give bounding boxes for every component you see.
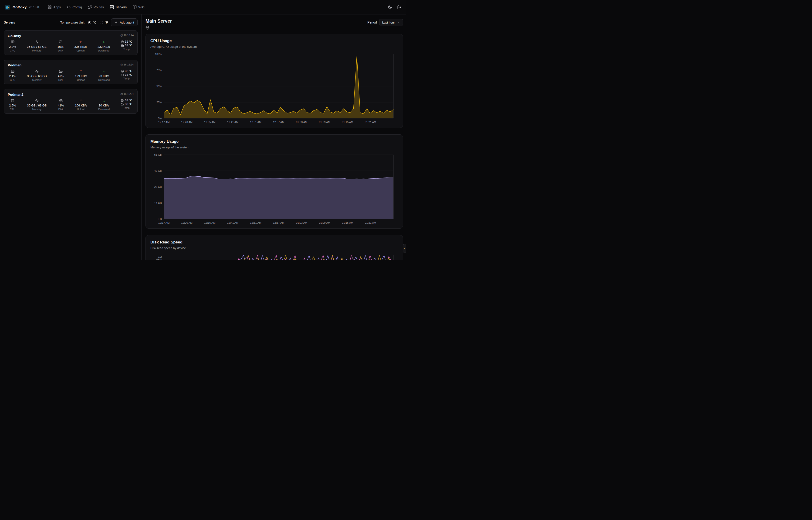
server-name: GoDoxy: [8, 34, 21, 38]
upload-label: Upload: [76, 49, 84, 52]
svg-text:12:41 AM: 12:41 AM: [227, 221, 239, 224]
memory-label: Memory: [32, 108, 42, 111]
disk-stat: 16% Disk: [57, 40, 63, 52]
svg-text:01:21 AM: 01:21 AM: [365, 121, 376, 124]
route-icon: [88, 5, 92, 9]
server-stack-icon: [110, 5, 114, 9]
activity-icon: [35, 40, 39, 44]
cpu-value: 2.1%: [9, 74, 16, 78]
cpu-chip-icon: [121, 70, 124, 73]
memory-label: Memory: [32, 49, 41, 52]
main-title-block: Main Server: [145, 18, 172, 30]
cpu-temp-value: 38 °C: [125, 99, 132, 102]
svg-text:0 B: 0 B: [158, 217, 162, 220]
server-card-podman[interactable]: Podman @ 16:16:24 2.1% CPU 35 GB / 63 GB: [4, 60, 138, 84]
server-card-podman2[interactable]: Podman2 @ 16:16:24 2.5% CPU 35 GB / 63 G…: [4, 89, 138, 114]
memory-value: 35 GB / 63 GB: [27, 45, 47, 49]
hard-drive-icon: [121, 44, 124, 47]
disk-value: 41%: [58, 104, 64, 107]
sidebar-title: Servers: [4, 21, 15, 24]
upload-arrow-icon: [79, 99, 83, 103]
svg-text:56 GB: 56 GB: [154, 153, 162, 156]
temp-label: Temp: [123, 77, 130, 80]
upload-value: 335 KB/s: [75, 45, 87, 49]
memory-stat: 35 GB / 63 GB Memory: [27, 70, 47, 81]
memory-stat: 35 GB / 63 GB Memory: [27, 99, 47, 111]
globe-line: [145, 26, 172, 30]
disk-stat: 41% Disk: [58, 99, 64, 111]
svg-text:75%: 75%: [157, 69, 162, 72]
godoxy-logo[interactable]: [5, 4, 10, 10]
add-agent-label: Add agent: [120, 21, 134, 24]
memory-value: 35 GB / 63 GB: [27, 104, 47, 107]
download-stat: 23 KB/s Download: [98, 70, 110, 81]
cpu-value: 2.5%: [9, 104, 16, 107]
cpu-chip-icon: [11, 70, 15, 73]
cpu-temp-value: 32 °C: [125, 70, 132, 73]
svg-text:12:57 AM: 12:57 AM: [273, 221, 284, 224]
period-select[interactable]: Last hour: [379, 19, 403, 26]
server-card-list: GoDoxy @ 16:16:24 2.2% CPU 35 GB / 63 GB: [4, 30, 138, 114]
main-header: Main Server Period Last hour: [145, 18, 403, 30]
radio-celsius-circle: [88, 21, 91, 24]
navbar-left: GoDoxy v0.18.0 Apps Config Routes Server: [5, 4, 145, 10]
nav-item-routes[interactable]: Routes: [88, 5, 104, 9]
download-value: 232 KB/s: [97, 45, 110, 49]
nav-item-apps[interactable]: Apps: [48, 5, 61, 9]
nav-item-wiki-label: Wiki: [138, 5, 144, 9]
nav-item-wiki[interactable]: Wiki: [133, 5, 144, 9]
memory-label: Memory: [32, 79, 42, 81]
svg-text:01:03 AM: 01:03 AM: [296, 121, 307, 124]
nav-item-config[interactable]: Config: [67, 5, 82, 9]
nav-item-config-label: Config: [73, 5, 82, 9]
temp-stat: 32 °C 38 °C Temp: [121, 70, 132, 81]
logout-button[interactable]: [397, 5, 401, 9]
svg-text:01:09 AM: 01:09 AM: [319, 221, 330, 224]
app-name: GoDoxy: [12, 5, 27, 9]
svg-text:42 GB: 42 GB: [154, 170, 162, 172]
theme-toggle-button[interactable]: [388, 5, 392, 9]
chevron-down-icon: [397, 21, 400, 24]
disk-value: 16%: [57, 45, 63, 49]
globe-icon: [145, 26, 149, 30]
hard-drive-icon: [121, 73, 124, 76]
upload-stat: 106 KB/s Upload: [75, 99, 87, 111]
cpu-temp-value: 32 °C: [125, 40, 132, 43]
download-label: Download: [98, 49, 109, 52]
cpu-temp-row: 38 °C: [121, 99, 132, 102]
server-stats-row: 2.2% CPU 35 GB / 63 GB Memory 16% Disk: [8, 40, 134, 52]
temp-stat: 38 °C 38 °C Temp: [121, 99, 132, 111]
svg-text:0%: 0%: [158, 117, 162, 120]
add-agent-button[interactable]: Add agent: [111, 19, 138, 26]
cpu-stat: 2.5% CPU: [9, 99, 16, 111]
svg-text:01:15 AM: 01:15 AM: [342, 221, 354, 224]
server-timestamp: @ 16:16:24: [120, 93, 134, 95]
page-title: Main Server: [145, 18, 172, 24]
code-icon: [67, 5, 71, 9]
cpu-stat: 2.1% CPU: [9, 70, 16, 81]
cpu-temp-row: 32 °C: [121, 70, 132, 73]
cpu-chip-icon: [121, 40, 124, 43]
radio-fahrenheit[interactable]: °F: [100, 21, 108, 24]
svg-text:12:26 AM: 12:26 AM: [181, 121, 193, 124]
memory-stat: 35 GB / 63 GB Memory: [27, 40, 47, 52]
cpu-chip-icon: [121, 99, 124, 102]
navbar-right: [388, 5, 401, 9]
panel-collapse-handle[interactable]: ‹: [403, 244, 406, 253]
upload-stat: 335 KB/s Upload: [75, 40, 87, 52]
download-stat: 30 KB/s Download: [98, 99, 110, 111]
radio-celsius[interactable]: °C: [88, 21, 96, 24]
download-label: Download: [98, 79, 110, 81]
book-open-icon: [133, 5, 137, 9]
chart-subtitle: Average CPU usage of the system: [150, 45, 398, 49]
temp-rows: 32 °C 38 °C: [121, 70, 132, 76]
upload-value: 106 KB/s: [75, 104, 87, 107]
server-name: Podman: [8, 63, 21, 67]
nav-item-servers[interactable]: Servers: [110, 5, 127, 9]
sidebar-header-controls: Temperature Unit °C °F Add agent: [60, 19, 138, 26]
server-card-godoxy[interactable]: GoDoxy @ 16:16:24 2.2% CPU 35 GB / 63 GB: [4, 30, 138, 55]
upload-arrow-icon: [79, 70, 83, 73]
upload-value: 129 KB/s: [75, 74, 87, 78]
main-panel: Main Server Period Last hour CPU Usage: [142, 15, 406, 260]
cpu-value: 2.2%: [9, 45, 16, 49]
